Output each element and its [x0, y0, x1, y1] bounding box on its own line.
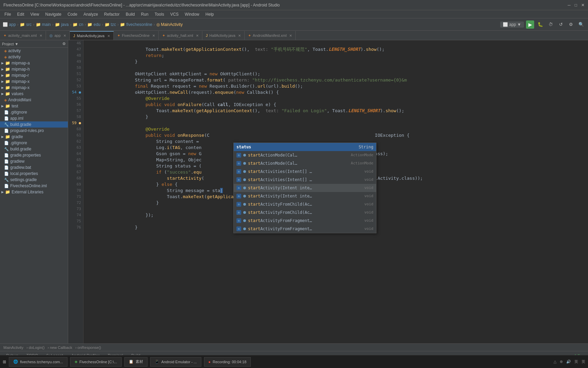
- menu-analyze[interactable]: Analyze: [81, 11, 101, 17]
- menu-tools[interactable]: Tools: [152, 11, 167, 17]
- sidebar-item-mipmap-h[interactable]: ▶ 📁 mipmap-h: [0, 66, 68, 72]
- menu-view[interactable]: View: [28, 11, 42, 17]
- search-button[interactable]: 🔍: [577, 20, 585, 29]
- close-tab-activity-hall[interactable]: ✕: [196, 34, 199, 38]
- sidebar-item-gradleprops[interactable]: 📄 gradle.properties: [0, 152, 68, 158]
- sidebar-item-ext-libraries[interactable]: ▶ 📁 External Libraries: [0, 189, 68, 195]
- sidebar-item-gradlewbat[interactable]: 📄 gradlew.bat: [0, 164, 68, 171]
- bc-src[interactable]: 📁 src: [20, 22, 31, 27]
- taskbar-browser[interactable]: 🌐 fivechess.tzchenyu.com...: [9, 357, 67, 367]
- menu-run[interactable]: Run: [138, 11, 151, 17]
- debug-button[interactable]: 🐛: [536, 20, 544, 29]
- sidebar-item-test[interactable]: ▶ 📁 test: [0, 103, 68, 109]
- settings-icon[interactable]: ⚙: [567, 20, 575, 29]
- sidebar-item-settingsgradle[interactable]: 🔧 settings.gradle: [0, 177, 68, 183]
- ac-item-6[interactable]: m startActivityFromChild(Ac… void: [234, 200, 376, 208]
- sidebar-item-activity1[interactable]: ◈ activity: [0, 48, 68, 54]
- menu-refactor[interactable]: Refactor: [102, 11, 122, 17]
- panel-gear-icon[interactable]: ⚙: [62, 42, 66, 46]
- sidebar-item-appiml[interactable]: 📄 app.iml: [0, 115, 68, 121]
- ac-item-8[interactable]: m startActivityFromFragment… void: [234, 217, 376, 225]
- taskbar-net-icon[interactable]: ⊕: [560, 359, 563, 364]
- sidebar-item-proguard[interactable]: 📄 proguard-rules.pro: [0, 128, 68, 134]
- bc-tzc[interactable]: 📁 tzc: [105, 22, 116, 27]
- sidebar-item-mipmap-x2[interactable]: ▶ 📁 mipmap-x: [0, 85, 68, 91]
- sidebar-item-values[interactable]: ▶ 📁 values: [0, 91, 68, 97]
- code-editor[interactable]: 46 47 48 49 50 51 52 53 54 ● 55 56 57 58…: [68, 40, 588, 343]
- bc-new-callback[interactable]: new Callback: [50, 345, 72, 350]
- taskbar-lang[interactable]: 英: [574, 359, 578, 364]
- run-config-selector[interactable]: ⬜ app ▼: [500, 21, 524, 28]
- sidebar-item-activity2[interactable]: ◈ activity: [0, 54, 68, 60]
- sidebar-item-gitignore2[interactable]: 📄 .gitignore: [0, 140, 68, 146]
- sidebar-item-gradlew[interactable]: 📄 gradlew: [0, 158, 68, 164]
- sidebar-item-buildgradle2[interactable]: 🔧 build.gradle: [0, 146, 68, 152]
- autocomplete-popup[interactable]: status String m startActionMode(Cal… Act…: [233, 143, 376, 233]
- sidebar-item-mipmap-r[interactable]: ▶ 📁 mipmap-r: [0, 72, 68, 78]
- bc-mainactivity[interactable]: ◎ MainActivity: [156, 22, 183, 27]
- ac-item-7[interactable]: m startActivityFromChild(Ac… void: [234, 208, 376, 217]
- ac-name-6: startActivityFromChild(Ac…: [248, 201, 362, 207]
- maximize-btn[interactable]: □: [575, 3, 577, 8]
- menu-file[interactable]: File: [2, 11, 14, 17]
- sidebar-item-localprops[interactable]: 📄 local.properties: [0, 171, 68, 177]
- ac-icon-method-5: m: [236, 194, 241, 198]
- bc-app[interactable]: ⬜ app: [3, 22, 16, 27]
- menu-vcs[interactable]: VCS: [168, 11, 182, 17]
- ac-item-4[interactable]: m startActivity(Intent inte… void: [234, 184, 376, 192]
- menu-edit[interactable]: Edit: [14, 11, 27, 17]
- sidebar-item-androidmani[interactable]: ◈ AndroidMani: [0, 97, 68, 103]
- sidebar-item-gradle-folder[interactable]: ▶ 📁 gradle: [0, 134, 68, 140]
- tab-app[interactable]: ◎ app ✕: [46, 31, 70, 40]
- menu-build[interactable]: Build: [123, 11, 138, 17]
- sidebar-item-mipmap-a[interactable]: ▶ 📁 mipmap-a: [0, 60, 68, 66]
- close-tab-app[interactable]: ✕: [63, 34, 66, 38]
- tab-fivechessonline[interactable]: ✦ FivechessOnline ✕: [114, 31, 159, 40]
- ac-icon-method-8: m: [236, 218, 241, 223]
- profile-button[interactable]: ⏱: [546, 20, 555, 29]
- menu-code[interactable]: Code: [65, 11, 80, 17]
- sidebar-item-fivechessiml[interactable]: 📄 FivechessOnline.iml: [0, 183, 68, 189]
- tab-hallactivity-java[interactable]: J HallActivity.java ✕: [202, 31, 245, 40]
- ac-item-5[interactable]: m startActivity(Intent inte… void: [234, 192, 376, 200]
- sidebar-item-buildgradle[interactable]: 🔧 build.gradle: [0, 121, 68, 128]
- tab-androidmanifest[interactable]: ✦ AndroidManifest.xml ✕: [245, 31, 296, 40]
- ac-item-2[interactable]: m startActivities(Intent[] … void: [234, 167, 376, 176]
- taskbar-audio-icon[interactable]: 🔊: [566, 359, 571, 364]
- menu-window[interactable]: Window: [182, 11, 202, 17]
- close-tab-mainactivity[interactable]: ✕: [107, 34, 110, 38]
- bc-mainactivity-bottom[interactable]: MainActivity: [3, 345, 24, 350]
- bc-edu[interactable]: 📁 edu: [87, 22, 100, 27]
- ac-item-0[interactable]: m startActionMode(Cal… ActionMode: [234, 151, 376, 159]
- menu-navigate[interactable]: Navigate: [43, 11, 64, 17]
- close-tab-manifest[interactable]: ✕: [289, 34, 292, 38]
- close-tab-fivechess[interactable]: ✕: [152, 34, 155, 38]
- minimize-btn[interactable]: ─: [568, 3, 571, 8]
- bc-java[interactable]: 📁 java: [55, 22, 68, 27]
- taskbar-androidstudio[interactable]: ◈ FivechessOnline [C:\...: [70, 357, 122, 367]
- ac-item-3[interactable]: m startActivities(Intent[] … void: [234, 176, 376, 184]
- bc-main[interactable]: 📁 main: [36, 22, 51, 27]
- sidebar-item-mipmap-x1[interactable]: ▶ 📁 mipmap-x: [0, 78, 68, 85]
- taskbar-sucai[interactable]: 📋 素材: [124, 357, 148, 367]
- taskbar-emulator[interactable]: 📱 Android Emulator - ...: [150, 357, 201, 367]
- close-tab-hallactivity[interactable]: ✕: [238, 34, 241, 38]
- code-text[interactable]: Toast.makeText(getApplicationContext(), …: [83, 40, 588, 343]
- ac-item-9[interactable]: m startActivityFromFragment… void: [234, 225, 376, 233]
- tab-activity-main-xml[interactable]: ✦ activity_main.xml ✕: [0, 31, 46, 40]
- sidebar-item-gitignore1[interactable]: 📄 .gitignore: [0, 109, 68, 115]
- bc-fivechesonline[interactable]: 📁 fivechesonline: [120, 22, 152, 27]
- close-tab-activity-main[interactable]: ✕: [40, 34, 42, 38]
- tab-mainactivity-java[interactable]: J MainActivity.java ✕: [70, 31, 114, 40]
- menu-help[interactable]: Help: [203, 11, 217, 17]
- bc-cn[interactable]: 📁 cn: [73, 22, 83, 27]
- run-button[interactable]: ▶: [526, 20, 534, 29]
- close-btn[interactable]: ✕: [581, 3, 585, 8]
- bc-dologin[interactable]: doLogin(): [29, 345, 44, 350]
- taskbar-arrow-icon[interactable]: △: [554, 359, 556, 364]
- bc-onresponse[interactable]: onResponse(): [78, 345, 101, 350]
- sync-button[interactable]: ↺: [557, 20, 565, 29]
- ac-item-1[interactable]: m startActionMode(Cal… ActionMode: [234, 159, 376, 167]
- taskbar-recording[interactable]: ● Recording: 00:04:18: [204, 357, 251, 367]
- tab-activity-hall-xml[interactable]: ✦ activity_hall.xml ✕: [159, 31, 202, 40]
